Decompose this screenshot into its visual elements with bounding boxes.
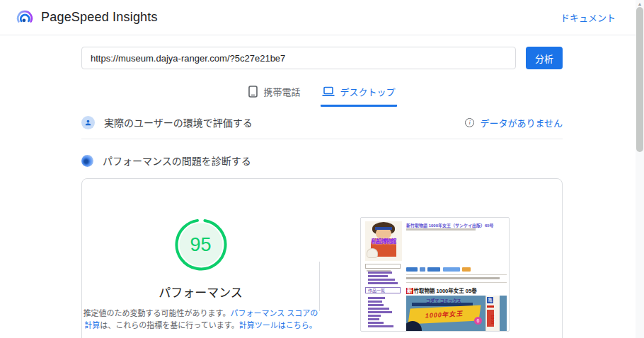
diagnose-section-title: パフォーマンスの問題を診断する [103, 153, 251, 168]
desktop-laptop-icon [322, 86, 335, 97]
thumb-share-button [462, 267, 471, 272]
thumb-article-heading: 新竹取物語 1000年女王 05巻 [406, 286, 414, 294]
thumb-new-badge: 新 [406, 288, 413, 294]
field-data-section: 実際のユーザーの環境で評価する i データがありません [81, 115, 563, 139]
thumb-divider [406, 274, 507, 275]
app-header: PageSpeed Insights ドキュメント [0, 0, 644, 35]
scrollbar-thumb[interactable] [636, 7, 643, 152]
thumb-share-button [406, 267, 418, 272]
thumb-breadcrumb-bar [406, 277, 500, 279]
thumb-logo-cat [367, 248, 378, 258]
thumb-sidebar-link-bar [368, 304, 384, 306]
tab-mobile-label: 携帯電話 [263, 85, 300, 98]
thumb-sidebar-link-bar [368, 325, 393, 327]
thumb-subtitle-bar [406, 228, 476, 231]
thumb-sidebar-link-bar [368, 318, 379, 320]
field-section-title: 実際のユーザーの環境で評価する [104, 115, 253, 129]
no-data-link[interactable]: i データがありません [465, 116, 563, 129]
thumb-manga-cover: コダマ コミックス 1000年女王 6 亀 1000 [406, 296, 507, 332]
thumb-spine-number: 1000 [486, 309, 495, 330]
screenshot-panel: 私設博物館 新竹取物語 1000年女王（サンケイ出版）65号 作品一覧 [320, 179, 562, 338]
performance-score-value: 95 [173, 217, 229, 272]
app-logo-wrap: PageSpeed Insights [16, 8, 158, 27]
calc-tool-link[interactable]: 計算ツールはこちら。 [239, 321, 317, 330]
thumb-site-logo: 私設博物館 [365, 221, 402, 261]
thumb-post-title: 新竹取物語 1000年女王（サンケイ出版）65号 [406, 222, 508, 228]
thumb-logo-headband [375, 227, 392, 230]
performance-report-card: 95 パフォーマンス 推定値のため変動する可能性があります。パフォーマンス スコ… [81, 178, 563, 338]
url-input[interactable] [81, 47, 516, 69]
tab-desktop[interactable]: デスクトップ [321, 82, 397, 107]
thumb-share-button [443, 267, 460, 272]
score-panel: 95 パフォーマンス 推定値のため変動する可能性があります。パフォーマンス スコ… [82, 179, 319, 338]
thumb-sidebar-link-bar [368, 272, 392, 274]
thumb-sidebar-link-bar [368, 301, 382, 303]
thumb-divider [406, 282, 507, 283]
thumb-sidebar-link-bar [368, 308, 389, 310]
score-description-text1: 推定値のため変動する可能性があります。 [84, 309, 231, 317]
thumb-sidebar-works-box: 作品一覧 [365, 287, 401, 293]
thumb-sidebar-link-bar [368, 275, 388, 277]
tab-desktop-label: デスクトップ [340, 85, 396, 98]
real-users-icon [81, 116, 95, 129]
page-scrollbar[interactable]: ▲ [636, 0, 644, 338]
main-content: 分析 携帯電話 デスクトップ 実際のユーザーの環境で評価する i デ [81, 47, 563, 338]
thumb-heading-text: 竹取物語 1000年女王 05巻 [414, 286, 477, 294]
analyze-button[interactable]: 分析 [526, 47, 563, 69]
thumb-spine-mark: 亀 [487, 297, 493, 303]
diagnose-gauge-icon [81, 155, 93, 167]
score-description: 推定値のため変動する可能性があります。パフォーマンス スコアの計算は、これらの指… [83, 308, 319, 332]
thumb-sidebar-link-bar [368, 311, 392, 313]
performance-score-gauge[interactable]: 95 [173, 217, 229, 272]
url-analyze-row: 分析 [81, 47, 563, 69]
thumb-sidebar-link-bar [368, 315, 381, 317]
tab-mobile[interactable]: 携帯電話 [247, 82, 301, 107]
thumb-site-name: 私設博物館 [365, 237, 402, 245]
thumb-sidebar-link-bar [368, 297, 385, 299]
site-screenshot-thumbnail: 私設博物館 新竹取物語 1000年女王（サンケイ出版）65号 作品一覧 [360, 217, 510, 332]
thumb-volume-badge: 6 [474, 317, 482, 325]
thumb-cover-title: 1000年女王 [408, 305, 481, 324]
mobile-phone-icon [248, 86, 258, 98]
info-icon: i [465, 118, 474, 127]
thumb-search-box [365, 264, 401, 269]
diagnose-section: パフォーマンスの問題を診断する [81, 153, 563, 168]
score-description-text2: は、これらの指標を基に行っています。 [100, 321, 238, 330]
thumb-share-button [420, 267, 425, 272]
thumb-share-button [427, 267, 440, 272]
app-title: PageSpeed Insights [41, 10, 158, 25]
device-tabs: 携帯電話 デスクトップ [81, 82, 563, 107]
thumb-sidebar-link-bar [368, 279, 395, 281]
pagespeed-logo-icon [16, 8, 34, 27]
thumb-spine-red-block [487, 305, 494, 308]
no-data-label: データがありません [480, 116, 563, 129]
documentation-link[interactable]: ドキュメント [560, 11, 616, 24]
performance-label: パフォーマンス [159, 283, 243, 301]
thumb-sidebar-link-bar [368, 282, 398, 284]
thumb-sidebar-link-bar [368, 322, 384, 324]
